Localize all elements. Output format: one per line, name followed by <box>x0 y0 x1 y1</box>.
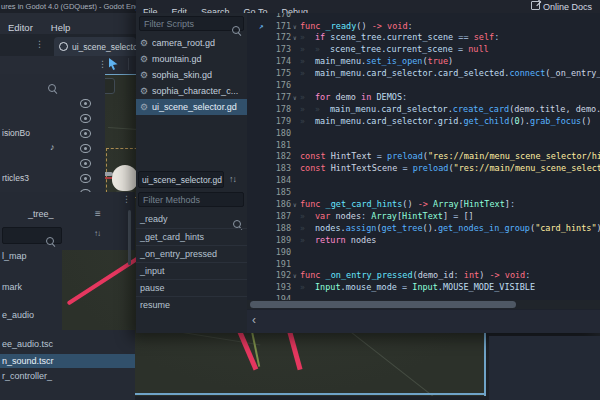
code-fold-icon[interactable]: ∨ <box>293 21 297 33</box>
dock-menu-icon[interactable]: ⋮ <box>122 195 131 204</box>
visibility-eye-icon[interactable] <box>80 129 91 138</box>
code-line[interactable]: 170 <box>247 13 600 21</box>
node-circle-icon <box>59 42 68 51</box>
character-model[interactable] <box>112 165 138 191</box>
filesystem-item[interactable]: ee_audio.tsc <box>2 339 53 349</box>
filter-scripts-input[interactable] <box>139 16 244 31</box>
code-line[interactable]: 186∨func _get_card_hints() -> Array[Hint… <box>247 199 600 211</box>
tab-bar-menu-icon[interactable]: ⋮ <box>35 40 44 49</box>
scene-tree-row[interactable]: rticles3 <box>0 171 105 186</box>
code-token: -> void <box>372 21 408 31</box>
code-line[interactable]: 174»main_menu.set_is_open(true) <box>247 56 600 68</box>
method-item-input[interactable]: _input <box>136 262 247 279</box>
filesystem-item[interactable]: e_audio <box>2 310 34 320</box>
tab-indent-mark: » <box>300 116 315 128</box>
horizontal-scrollbar-thumb[interactable] <box>250 301 516 308</box>
code-token: Array <box>371 211 397 221</box>
method-item-on_entry_pressed[interactable]: _on_entry_pressed <box>136 245 247 262</box>
hamburger-icon[interactable]: ≡ <box>95 208 100 219</box>
code-token: ) <box>448 56 453 66</box>
code-token: get_tree <box>382 223 423 233</box>
visibility-eye-icon[interactable] <box>80 99 91 108</box>
line-number: 189 <box>247 235 291 247</box>
code-token: Array <box>428 199 459 209</box>
script-list-item[interactable]: ⚙camera_root.gd <box>136 35 247 51</box>
tab-indent-mark: » <box>300 211 315 223</box>
visibility-eye-icon[interactable] <box>80 144 91 153</box>
code-line[interactable]: 188»nodes.assign(get_tree().get_nodes_in… <box>247 223 600 235</box>
scene-tree-row[interactable]: ♪ <box>0 141 105 156</box>
code-line[interactable]: 172∨»if scene_tree.current_scene == self… <box>247 32 600 44</box>
code-line[interactable]: 177∨»for demo in DEMOS: <box>247 92 600 104</box>
external-link-icon <box>531 1 540 10</box>
code-line[interactable]: 189»return nodes <box>247 235 600 247</box>
method-item-ready[interactable]: _ready <box>136 211 247 228</box>
code-token: main_menu. <box>315 56 366 66</box>
code-line[interactable]: 192∨func _on_entry_pressed(demo_id: int)… <box>247 270 600 282</box>
code-line[interactable]: 193»Input.mouse_mode = Input.MOUSE_MODE_… <box>247 282 600 294</box>
method-item-pause[interactable]: pause <box>136 279 247 296</box>
online-docs-button[interactable]: Online Docs <box>531 1 592 12</box>
code-line[interactable]: 173»»scene_tree.current_scene = null <box>247 44 600 56</box>
code-line[interactable]: 187»var nodes: Array[HintText] = [] <box>247 211 600 223</box>
code-token: : <box>510 199 515 209</box>
line-number: 173 <box>247 44 291 56</box>
filesystem-header-label[interactable]: _tree_ <box>28 209 54 219</box>
menu-item-editor[interactable]: Editor <box>8 22 33 33</box>
menu-item-help[interactable]: Help <box>51 22 71 33</box>
filesystem-item[interactable]: r_controller_ <box>2 371 52 381</box>
scrollbar-thumb[interactable] <box>128 210 131 265</box>
scene-tree-row[interactable] <box>0 156 105 171</box>
method-item-resume[interactable]: resume <box>136 296 247 313</box>
scene-tree-row[interactable]: isionBo <box>0 126 105 141</box>
code-line[interactable]: 190 <box>247 247 600 259</box>
code-token: = <box>402 163 412 173</box>
line-number: 177 <box>247 92 291 104</box>
visibility-eye-icon[interactable] <box>80 174 91 183</box>
code-line[interactable]: 171↗∨func _ready() -> void: <box>247 21 600 33</box>
code-line[interactable]: 182const HintText = preload("res://main/… <box>247 151 600 163</box>
code-fold-icon[interactable]: ∨ <box>293 32 297 44</box>
code-fold-icon[interactable]: ∨ <box>293 270 297 282</box>
visibility-eye-icon[interactable] <box>80 114 91 123</box>
code-token: func <box>300 21 326 31</box>
current-script-field[interactable]: ui_scene_selector.gd <box>138 171 224 188</box>
code-token: Input <box>315 282 341 292</box>
code-line[interactable]: 179»main_menu.card_selector.grid.get_chi… <box>247 116 600 128</box>
tab-indent-mark: » <box>300 32 315 44</box>
filter-methods-input[interactable] <box>138 192 244 207</box>
method-item-get_card_hints[interactable]: _get_card_hints <box>136 228 247 245</box>
visibility-eye-icon[interactable] <box>80 159 91 168</box>
code-line[interactable]: 185 <box>247 187 600 199</box>
scene-tree-row[interactable] <box>0 111 105 126</box>
code-line[interactable]: 178»»main_menu.card_selector.create_card… <box>247 104 600 116</box>
code-line[interactable]: 175»main_menu.card_selector.card_selecte… <box>247 68 600 80</box>
dock-options-icon[interactable]: ⋮ <box>98 60 107 69</box>
code-token: : <box>494 32 499 42</box>
code-fold-icon[interactable]: ∨ <box>293 92 297 104</box>
code-fold-icon[interactable]: ∨ <box>293 199 297 211</box>
code-editor[interactable]: 170171↗∨func _ready() -> void:172∨»if sc… <box>247 13 600 333</box>
horizontal-scrollbar-track[interactable] <box>247 300 600 309</box>
scene-tree-row[interactable] <box>0 96 105 111</box>
filesystem-item[interactable]: mark <box>2 282 22 292</box>
script-list-item[interactable]: ⚙sophia_skin.gd <box>136 67 247 83</box>
code-token: "card_hints" <box>535 223 596 233</box>
script-list-item[interactable]: ⚙mountain.gd <box>136 51 247 67</box>
script-list-item[interactable]: ⚙ui_scene_selector.gd <box>136 99 247 115</box>
sort-methods-icon[interactable]: ↑↓ <box>229 174 236 184</box>
code-line[interactable]: 191 <box>247 259 600 271</box>
filesystem-item[interactable]: n_sound.tscr <box>0 354 135 368</box>
code-line[interactable]: 176 <box>247 80 600 92</box>
code-line[interactable]: 181 <box>247 140 600 152</box>
code-line[interactable]: 183const HintTextScene = preload("res://… <box>247 163 600 175</box>
code-line[interactable]: 184 <box>247 175 600 187</box>
select-tool-icon[interactable] <box>107 57 119 75</box>
script-list-item[interactable]: ⚙sophia_character_c... <box>136 83 247 99</box>
filesystem-item[interactable]: l_map <box>2 251 27 261</box>
sort-icon[interactable]: ↑↓ <box>94 229 100 238</box>
scene-tab-ui-scene-selector[interactable]: ui_scene_selector <box>54 37 136 56</box>
code-line[interactable]: 180 <box>247 128 600 140</box>
node-label: isionBo <box>2 128 30 138</box>
collapse-panel-button[interactable]: ‹ <box>252 313 256 327</box>
